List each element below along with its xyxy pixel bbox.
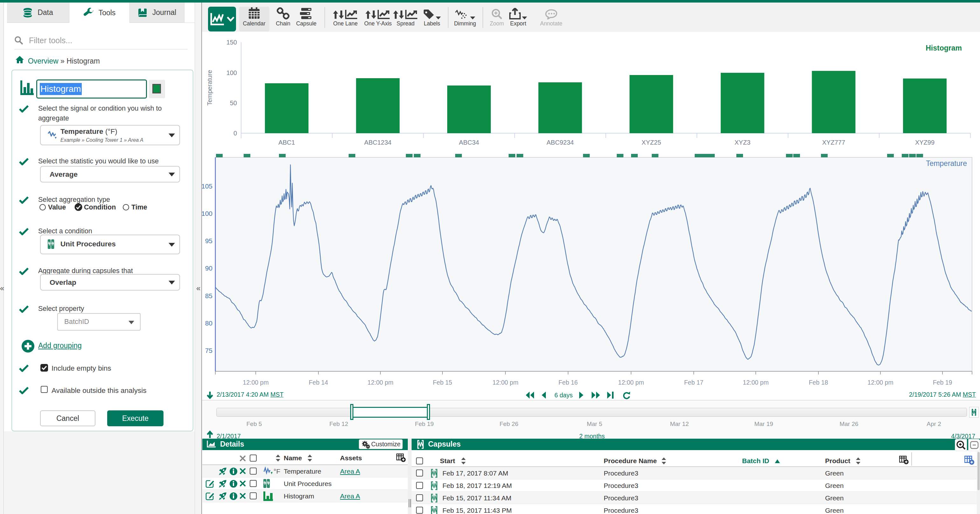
svg-text:95: 95	[205, 237, 213, 244]
svg-text:100: 100	[226, 69, 237, 76]
svg-text:12:00 pm: 12:00 pm	[492, 379, 518, 386]
svg-text:ABC34: ABC34	[459, 139, 479, 146]
svg-text:Feb 19: Feb 19	[933, 379, 952, 386]
svg-text:12:00 pm: 12:00 pm	[618, 379, 644, 386]
svg-text:90: 90	[205, 265, 213, 272]
svg-text:50: 50	[230, 100, 237, 106]
svg-text:Temperature: Temperature	[206, 70, 213, 106]
svg-text:XYZ99: XYZ99	[915, 139, 934, 146]
svg-text:ABC1: ABC1	[278, 139, 295, 146]
svg-text:Feb 18: Feb 18	[809, 379, 828, 386]
svg-text:0: 0	[234, 130, 237, 137]
svg-text:Histogram: Histogram	[926, 44, 962, 52]
svg-text:Feb 17: Feb 17	[684, 379, 703, 386]
svg-text:Feb 14: Feb 14	[309, 379, 328, 386]
svg-text:85: 85	[205, 292, 213, 300]
svg-text:80: 80	[205, 319, 213, 327]
svg-text:XYZ777: XYZ777	[822, 139, 845, 146]
svg-text:150: 150	[226, 39, 237, 46]
svg-text:12:00 pm: 12:00 pm	[243, 379, 269, 386]
svg-text:Feb 16: Feb 16	[558, 379, 578, 386]
svg-text:ABC1234: ABC1234	[364, 139, 391, 146]
svg-text:75: 75	[205, 347, 213, 354]
svg-text:12:00 pm: 12:00 pm	[368, 379, 393, 386]
svg-text:Feb 15: Feb 15	[433, 379, 452, 386]
svg-text:ABC9234: ABC9234	[546, 139, 574, 146]
svg-text:105: 105	[202, 182, 213, 190]
svg-text:XYZ25: XYZ25	[641, 139, 661, 146]
svg-text:100: 100	[202, 210, 213, 217]
svg-text:XYZ3: XYZ3	[735, 139, 750, 146]
svg-text:12:00 pm: 12:00 pm	[867, 379, 893, 386]
svg-text:Temperature: Temperature	[926, 159, 967, 168]
svg-text:12:00 pm: 12:00 pm	[743, 379, 768, 386]
